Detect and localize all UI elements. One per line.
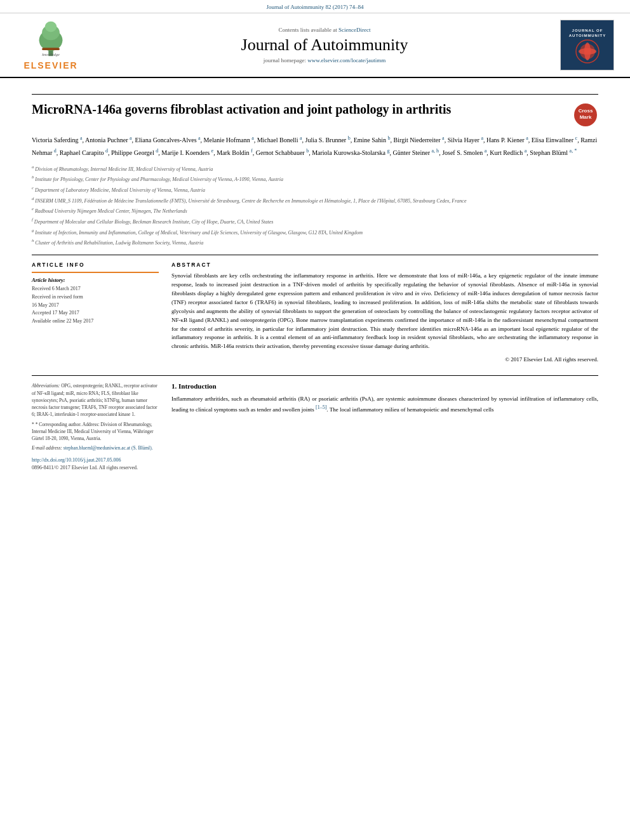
affil-f: f Department of Molecular and Cellular B… bbox=[32, 217, 598, 226]
article-info-divider bbox=[32, 255, 598, 255]
received-revised-date: 16 May 2017 bbox=[32, 302, 159, 310]
homepage-line: journal homepage: www.elsevier.com/locat… bbox=[89, 57, 560, 63]
svg-text:JOURNAL OF: JOURNAL OF bbox=[572, 29, 603, 32]
copyright-text: © 2017 Elsevier Ltd. All rights reserved… bbox=[171, 356, 598, 363]
abbreviations-label: Abbreviations: bbox=[32, 383, 60, 389]
journal-logo-image: JOURNAL OF AUTOIMMUNITY bbox=[565, 23, 610, 67]
elsevier-tree-icon: knowledge bbox=[25, 20, 76, 58]
svg-point-12 bbox=[579, 48, 596, 55]
history-label: Article history: bbox=[32, 277, 159, 283]
journal-logo-box: JOURNAL OF AUTOIMMUNITY bbox=[560, 20, 614, 70]
journal-header: knowledge ELSEVIER Contents lists availa… bbox=[0, 13, 630, 78]
svg-point-3 bbox=[45, 22, 57, 32]
abbreviations-block: Abbreviations: OPG, osteoprotegerin; RAN… bbox=[32, 382, 159, 418]
affil-e: e Radboud University Nijmegen Medical Ce… bbox=[32, 206, 598, 215]
authors-text: Victoria Saferding a, Antonia Puchner a,… bbox=[32, 137, 597, 156]
corresponding-label: * Corresponding author. bbox=[36, 422, 82, 427]
contents-line: Contents lists available at ScienceDirec… bbox=[89, 27, 560, 33]
header-center: Contents lists available at ScienceDirec… bbox=[89, 27, 560, 63]
affil-d: d INSERM UMR_S 1109, Fédération de Médec… bbox=[32, 196, 598, 205]
svg-rect-4 bbox=[42, 48, 60, 50]
abstract-header: ABSTRACT bbox=[171, 262, 598, 268]
this-word: This bbox=[370, 326, 380, 332]
affiliations-block: a Division of Rheumatology, Internal Med… bbox=[32, 164, 598, 247]
elsevier-wordmark: ELSEVIER bbox=[23, 60, 77, 70]
article-history: Article history: Received 6 March 2017 R… bbox=[32, 277, 159, 326]
article-info-box: Article history: Received 6 March 2017 R… bbox=[32, 272, 159, 326]
intro-text: Inflammatory arthritides, such as rheuma… bbox=[171, 395, 598, 415]
footnotes-col: Abbreviations: OPG, osteoprotegerin; RAN… bbox=[32, 382, 159, 470]
authors-block: Victoria Saferding a, Antonia Puchner a,… bbox=[32, 134, 598, 159]
journal-title: Journal of Autoimmunity bbox=[89, 36, 560, 55]
affil-c: c Department of Laboratory Medicine, Med… bbox=[32, 185, 598, 194]
email-block: E-mail address: stephan.blueml@meduniwie… bbox=[32, 444, 159, 451]
article-info-header: ARTICLE INFO bbox=[32, 262, 159, 268]
affil-b: b Institute for Physiology, Center for P… bbox=[32, 174, 598, 183]
journal-citation: Journal of Autoimmunity 82 (2017) 74–84 bbox=[266, 4, 363, 10]
affil-g: g Institute of Infection, Immunity and I… bbox=[32, 227, 598, 237]
svg-text:Cross: Cross bbox=[579, 108, 593, 114]
crossmark-badge[interactable]: Cross Mark bbox=[573, 102, 598, 128]
svg-text:Mark: Mark bbox=[580, 114, 592, 120]
svg-text:AUTOIMMUNITY: AUTOIMMUNITY bbox=[568, 34, 606, 37]
email-label: E-mail address: bbox=[32, 445, 62, 451]
header-right: JOURNAL OF AUTOIMMUNITY bbox=[560, 20, 617, 70]
available-date: Available online 22 May 2017 bbox=[32, 317, 159, 326]
introduction-col: 1. Introduction Inflammatory arthritides… bbox=[171, 382, 598, 470]
received-date: Received 6 March 2017 bbox=[32, 285, 159, 293]
two-col-section: ARTICLE INFO Article history: Received 6… bbox=[32, 262, 598, 363]
header-left: knowledge ELSEVIER bbox=[13, 20, 89, 70]
top-bar: Journal of Autoimmunity 82 (2017) 74–84 bbox=[0, 0, 630, 13]
title-divider-top bbox=[32, 94, 598, 95]
abstract-text: Synovial fibroblasts are key cells orche… bbox=[171, 272, 598, 351]
issn-text: 0896-8411/© 2017 Elsevier Ltd. All right… bbox=[32, 465, 159, 470]
accepted-date: Accepted 17 May 2017 bbox=[32, 309, 159, 317]
intro-title: 1. Introduction bbox=[171, 382, 598, 390]
abstract-col: ABSTRACT Synovial fibroblasts are key ce… bbox=[171, 262, 598, 363]
article-info-col: ARTICLE INFO Article history: Received 6… bbox=[32, 262, 159, 363]
received-revised-label: Received in revised form bbox=[32, 293, 159, 302]
homepage-url[interactable]: www.elsevier.com/locate/jautimm bbox=[307, 57, 385, 63]
doi-link[interactable]: http://dx.doi.org/10.1016/j.jaut.2017.05… bbox=[32, 457, 159, 463]
page: Journal of Autoimmunity 82 (2017) 74–84 … bbox=[0, 0, 630, 840]
svg-text:knowledge: knowledge bbox=[42, 52, 60, 57]
bottom-section: Abbreviations: OPG, osteoprotegerin; RAN… bbox=[0, 382, 630, 476]
sciencedirect-link[interactable]: ScienceDirect bbox=[338, 27, 370, 33]
affil-a: a Division of Rheumatology, Internal Med… bbox=[32, 164, 598, 173]
elsevier-logo: knowledge ELSEVIER bbox=[13, 20, 89, 70]
article-title-text: MicroRNA-146a governs fibroblast activat… bbox=[32, 101, 566, 117]
bottom-divider bbox=[32, 375, 598, 376]
article-title-row: MicroRNA-146a governs fibroblast activat… bbox=[32, 101, 598, 128]
affil-h: h Cluster of Arthritis and Rehabilitatio… bbox=[32, 237, 598, 247]
email-link[interactable]: stephan.blueml@meduniwien.ac.at (S. Blüm… bbox=[64, 445, 153, 451]
corresponding-block: * * Corresponding author. Address: Divis… bbox=[32, 421, 159, 443]
doi-anchor[interactable]: http://dx.doi.org/10.1016/j.jaut.2017.05… bbox=[32, 457, 121, 463]
main-content: MicroRNA-146a governs fibroblast activat… bbox=[0, 78, 630, 369]
